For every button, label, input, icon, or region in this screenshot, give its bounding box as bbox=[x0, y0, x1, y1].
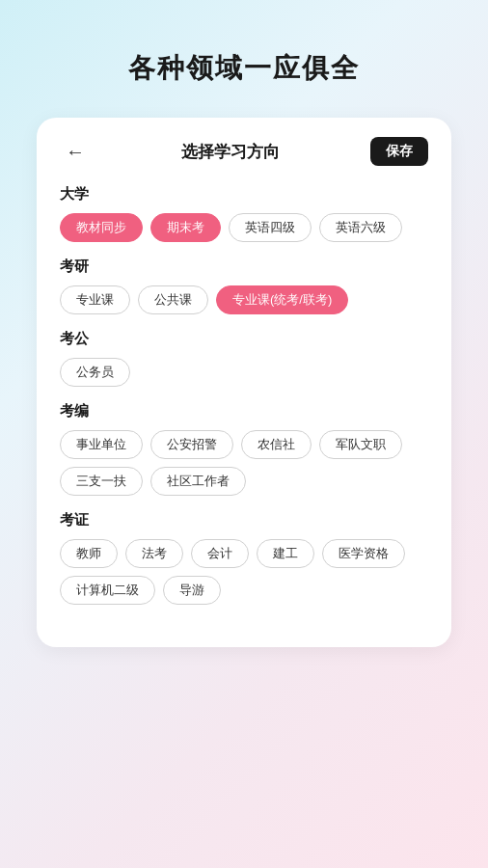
section-institution: 考编事业单位公安招警农信社军队文职三支一扶社区工作者 bbox=[60, 402, 428, 496]
tag-期末考[interactable]: 期末考 bbox=[150, 213, 221, 242]
selection-card: ← 选择学习方向 保存 大学教材同步期末考英语四级英语六级考研专业课公共课专业课… bbox=[37, 118, 451, 647]
tag-教材同步[interactable]: 教材同步 bbox=[60, 213, 143, 242]
tag-法考[interactable]: 法考 bbox=[125, 539, 183, 568]
tag-专业课(统考/联考)[interactable]: 专业课(统考/联考) bbox=[216, 285, 348, 314]
tag-社区工作者[interactable]: 社区工作者 bbox=[150, 467, 246, 496]
tag-公共课[interactable]: 公共课 bbox=[138, 285, 208, 314]
tag-公安招警[interactable]: 公安招警 bbox=[150, 430, 233, 459]
tag-公务员[interactable]: 公务员 bbox=[60, 358, 130, 387]
section-title-postgrad: 考研 bbox=[60, 258, 428, 276]
tags-institution: 事业单位公安招警农信社军队文职三支一扶社区工作者 bbox=[60, 430, 428, 496]
tags-postgrad: 专业课公共课专业课(统考/联考) bbox=[60, 285, 428, 314]
tag-英语四级[interactable]: 英语四级 bbox=[229, 213, 312, 242]
section-postgrad: 考研专业课公共课专业课(统考/联考) bbox=[60, 258, 428, 314]
back-button[interactable]: ← bbox=[60, 139, 91, 165]
tag-军队文职[interactable]: 军队文职 bbox=[319, 430, 402, 459]
tag-建工[interactable]: 建工 bbox=[257, 539, 314, 568]
tag-医学资格[interactable]: 医学资格 bbox=[322, 539, 405, 568]
tag-导游[interactable]: 导游 bbox=[163, 576, 221, 605]
section-civil: 考公公务员 bbox=[60, 330, 428, 387]
tag-教师[interactable]: 教师 bbox=[60, 539, 118, 568]
main-title: 各种领域一应俱全 bbox=[128, 50, 360, 87]
tag-专业课[interactable]: 专业课 bbox=[60, 285, 130, 314]
section-title-institution: 考编 bbox=[60, 402, 428, 420]
tag-会计[interactable]: 会计 bbox=[191, 539, 249, 568]
tag-农信社[interactable]: 农信社 bbox=[241, 430, 312, 459]
tags-university: 教材同步期末考英语四级英语六级 bbox=[60, 213, 428, 242]
section-certificate: 考证教师法考会计建工医学资格计算机二级导游 bbox=[60, 511, 428, 605]
save-button[interactable]: 保存 bbox=[370, 137, 428, 166]
tags-civil: 公务员 bbox=[60, 358, 428, 387]
section-university: 大学教材同步期末考英语四级英语六级 bbox=[60, 185, 428, 242]
section-title-university: 大学 bbox=[60, 185, 428, 203]
tags-certificate: 教师法考会计建工医学资格计算机二级导游 bbox=[60, 539, 428, 605]
tag-事业单位[interactable]: 事业单位 bbox=[60, 430, 143, 459]
tag-三支一扶[interactable]: 三支一扶 bbox=[60, 467, 143, 496]
section-title-certificate: 考证 bbox=[60, 511, 428, 529]
sections-container: 大学教材同步期末考英语四级英语六级考研专业课公共课专业课(统考/联考)考公公务员… bbox=[60, 185, 428, 605]
tag-英语六级[interactable]: 英语六级 bbox=[319, 213, 402, 242]
tag-计算机二级[interactable]: 计算机二级 bbox=[60, 576, 155, 605]
nav-bar: ← 选择学习方向 保存 bbox=[60, 137, 428, 166]
section-title-civil: 考公 bbox=[60, 330, 428, 348]
nav-title: 选择学习方向 bbox=[181, 141, 280, 163]
